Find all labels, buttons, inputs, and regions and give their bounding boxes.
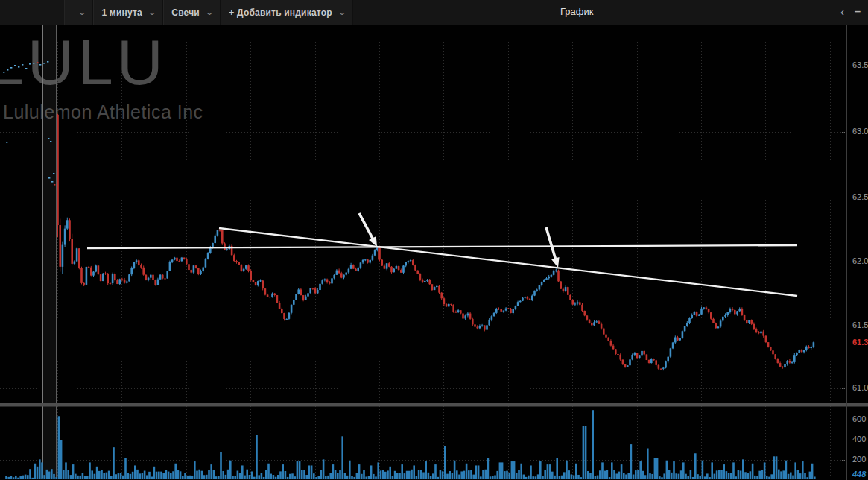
trendlines [87,228,797,296]
chart-type-dropdown[interactable]: Свечи ⌄ [163,0,221,25]
panel-title: График [560,6,593,17]
chart-type-label: Свечи [171,7,200,18]
interval-dropdown[interactable]: 1 минута ⌄ [93,0,163,25]
candlestick-series [57,114,814,370]
panel-separator [0,403,868,407]
chart-toolbar: ⌄ 1 минута ⌄ Свечи ⌄ + Добавить индикато… [0,0,868,25]
add-indicator-label: + Добавить индикатор [229,7,332,18]
trading-app-window: ⌄ 1 минута ⌄ Свечи ⌄ + Добавить индикато… [0,0,868,480]
minimize-icon[interactable]: – [855,4,861,18]
chevron-down-icon: ⌄ [148,8,156,16]
chart-area[interactable]: LULU Lululemon Athletica Inc 63.563.062.… [0,0,868,480]
interval-label: 1 минута [101,7,142,18]
session-highlight-band [42,25,57,478]
chevron-down-icon: ⌄ [77,8,86,16]
chevron-down-icon: ⌄ [205,8,214,16]
annotation-arrows [359,213,560,268]
add-indicator-button[interactable]: + Добавить индикатор ⌄ [221,0,353,25]
chevron-down-icon: ⌄ [338,8,346,16]
collapse-panel-icon[interactable]: ‹ [840,5,844,19]
price-axis-line [842,25,847,480]
candlestick-chart[interactable] [0,0,868,480]
symbol-dropdown[interactable]: ⌄ [64,0,93,25]
volume-series [5,410,815,479]
